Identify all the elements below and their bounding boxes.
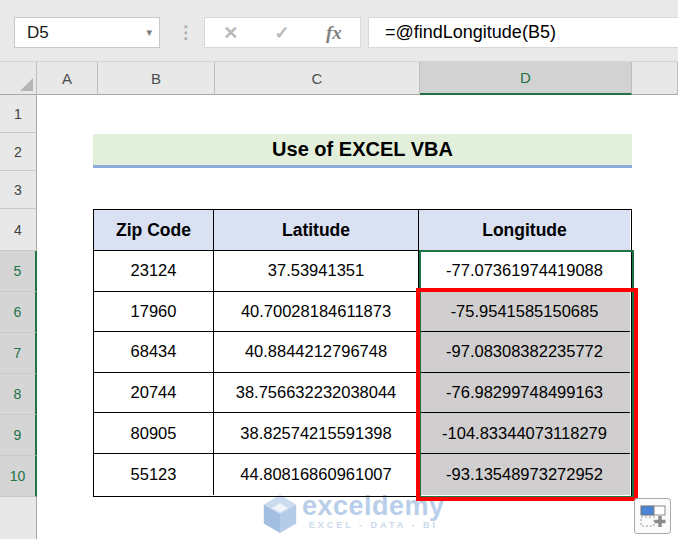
title-banner-cell[interactable]: Use of EXCEL VBA <box>93 134 632 168</box>
cell-lng-row5[interactable]: -77.07361974419088 <box>419 251 630 292</box>
row-header-1[interactable]: 1 <box>0 95 37 133</box>
name-box-value: D5 <box>27 23 49 43</box>
row-header-6[interactable]: 6 <box>0 292 37 333</box>
cell-lng-row9[interactable]: -104.83344073118279 <box>419 413 630 454</box>
cell-lng-row7[interactable]: -97.08308382235772 <box>419 332 630 373</box>
watermark-tagline: EXCEL - DATA - BI <box>309 520 438 530</box>
row-header-5[interactable]: 5 <box>0 251 37 292</box>
select-all-corner[interactable] <box>0 62 37 95</box>
cell-zip-row5[interactable]: 23124 <box>94 251 214 292</box>
cell-zip-row9[interactable]: 80905 <box>94 413 214 454</box>
name-box[interactable]: D5 ▾ <box>14 17 160 48</box>
column-header-a[interactable]: A <box>37 62 98 95</box>
data-table: Zip Code Latitude Longitude 2312437.5394… <box>93 209 632 497</box>
cell-lat-row5[interactable]: 37.53941351 <box>214 251 419 292</box>
cell-lat-row9[interactable]: 38.82574215591398 <box>214 413 419 454</box>
enter-icon[interactable]: ✓ <box>275 22 290 44</box>
column-header-b[interactable]: B <box>98 62 215 95</box>
row-header-9[interactable]: 9 <box>0 415 37 456</box>
quick-analysis-button[interactable] <box>634 498 671 534</box>
cell-zip-row7[interactable]: 68434 <box>94 332 214 373</box>
row-header-11-partial[interactable] <box>0 497 37 539</box>
cell-lat-row7[interactable]: 40.8844212796748 <box>214 332 419 373</box>
cell-lat-row10[interactable]: 44.80816860961007 <box>214 454 419 495</box>
table-header-latitude[interactable]: Latitude <box>214 210 419 251</box>
row-header-8[interactable]: 8 <box>0 374 37 415</box>
cancel-icon[interactable]: ✕ <box>223 22 238 44</box>
row-header-3[interactable]: 3 <box>0 171 37 209</box>
row-header-7[interactable]: 7 <box>0 333 37 374</box>
cell-lng-row10[interactable]: -93.13548973272952 <box>419 454 630 495</box>
cell-lng-row8[interactable]: -76.98299748499163 <box>419 373 630 414</box>
row-header-2[interactable]: 2 <box>0 133 37 171</box>
formula-input[interactable]: =@findLongitude(B5) <box>368 17 678 48</box>
table-header-zip[interactable]: Zip Code <box>94 210 214 251</box>
row-header-10[interactable]: 10 <box>0 456 37 497</box>
column-header-c[interactable]: C <box>215 62 420 95</box>
exceldemy-cube-icon <box>262 494 298 534</box>
formula-buttons: ✕ ✓ fx <box>204 17 361 48</box>
insert-function-icon[interactable]: fx <box>326 22 342 44</box>
quick-analysis-icon <box>635 499 670 533</box>
formula-text: =@findLongitude(B5) <box>385 22 556 43</box>
chevron-down-icon[interactable]: ▾ <box>146 18 152 47</box>
row-header-4[interactable]: 4 <box>0 209 37 251</box>
cell-zip-row8[interactable]: 20744 <box>94 373 214 414</box>
cell-zip-row10[interactable]: 55123 <box>94 454 214 495</box>
more-options-icon[interactable]: ⋮ <box>177 17 194 48</box>
banner-text: Use of EXCEL VBA <box>272 138 453 161</box>
cell-lat-row6[interactable]: 40.70028184611873 <box>214 292 419 333</box>
cell-lng-row6[interactable]: -75.9541585150685 <box>419 292 630 333</box>
cell-zip-row6[interactable]: 17960 <box>94 292 214 333</box>
excel-window: D5 ▾ ⋮ ✕ ✓ fx =@findLongitude(B5) A B C … <box>0 0 678 539</box>
column-header-filler <box>632 62 678 95</box>
table-header-longitude[interactable]: Longitude <box>419 210 630 251</box>
column-header-d[interactable]: D <box>420 62 632 95</box>
formula-bar-strip: D5 ▾ ⋮ ✕ ✓ fx =@findLongitude(B5) <box>0 0 678 62</box>
cell-lat-row8[interactable]: 38.756632232038044 <box>214 373 419 414</box>
watermark-brand: exceldemy <box>302 494 445 518</box>
exceldemy-watermark: exceldemy EXCEL - DATA - BI <box>262 494 445 534</box>
